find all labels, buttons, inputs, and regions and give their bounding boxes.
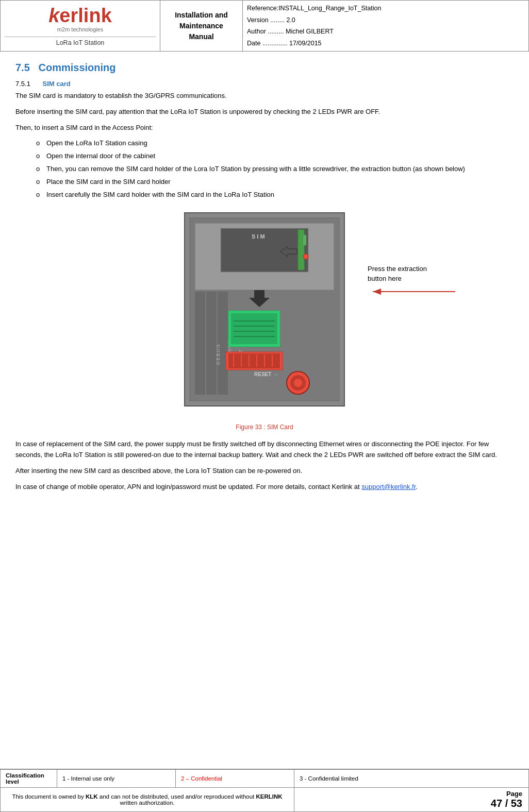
disclaimer-mid: and can not be distributed, used and/or … [98, 793, 256, 800]
doc-info-cell: Reference:INSTALL_Long_Range_IoT_Station… [243, 1, 529, 52]
extraction-label: Press the extraction button here [368, 264, 427, 283]
doc-title-cell: Installation and Maintenance Manual [160, 1, 243, 52]
subsection-title: SIM card [43, 80, 71, 88]
sim-image-wrapper: SIM DEBUG SENSOR TEST [179, 210, 350, 413]
para3: Then, to insert a SIM card in the Access… [15, 123, 514, 133]
kerlink-brand: KERLINK [256, 793, 282, 800]
page-number: 47 / 53 [491, 798, 522, 809]
subsection-header: 7.5.1 SIM card [15, 80, 514, 88]
header-table: kerlink m2m technologies LoRa IoT Statio… [0, 0, 529, 52]
footer-classification-row: Classification level 1 - Internal use on… [1, 770, 529, 788]
svg-rect-6 [303, 235, 306, 245]
date-label: Date .............. 17/09/2015 [247, 38, 524, 49]
step-2: Open the internal door of the cabinet [36, 151, 514, 162]
kerlink-logo: kerlink [5, 6, 156, 25]
step-5: Insert carefully the SIM card holder wit… [36, 190, 514, 200]
para4: In case of replacement of the SIM card, … [15, 439, 514, 461]
steps-list: Open the LoRa IoT Station casing Open th… [36, 138, 514, 200]
section-number: 7.5 [15, 62, 30, 73]
step-1: Open the LoRa IoT Station casing [36, 138, 514, 149]
para6-suffix: . [416, 483, 418, 490]
para5: After inserting the new SIM card as desc… [15, 466, 514, 477]
logo-bottom: LoRa IoT Station [5, 37, 156, 46]
step-3: Then, you can remove the SIM card holder… [36, 164, 514, 175]
classification-label: Classification level [1, 770, 57, 788]
ref-label: Reference:INSTALL_Long_Range_IoT_Station [247, 3, 524, 14]
klk-brand: KLK [86, 793, 98, 800]
version-label: Version ........ 2.0 [247, 14, 524, 26]
disclaimer-suffix: written authorization. [120, 800, 174, 806]
level3-cell: 3 - Confidential limited [294, 770, 529, 788]
extraction-label-line1: Press the extraction [368, 265, 427, 273]
footer: Classification level 1 - Internal use on… [0, 769, 529, 812]
logo-m2m: m2m technologies [5, 26, 156, 32]
figure-container: SIM DEBUG SENSOR TEST [15, 210, 514, 413]
section-title-text: Commissioning [38, 62, 115, 73]
svg-point-34 [303, 254, 308, 259]
svg-text:SIM: SIM [252, 233, 267, 240]
sim-card-diagram: SIM DEBUG SENSOR TEST [179, 210, 350, 411]
svg-point-32 [294, 379, 302, 387]
section-heading: 7.5 Commissioning [15, 62, 514, 74]
title-line3: Manual [189, 32, 213, 41]
para6-prefix: In case of change of mobile operator, AP… [15, 483, 361, 490]
disclaimer-prefix: This document is owned by [12, 793, 86, 800]
para6: In case of change of mobile operator, AP… [15, 482, 514, 493]
extraction-label-line2: button here [368, 275, 402, 282]
svg-rect-15 [231, 313, 277, 344]
title-line2: Maintenance [179, 22, 223, 30]
footer-disclaimer-row: This document is owned by KLK and can no… [1, 788, 529, 812]
callout-arrow-svg [368, 286, 460, 297]
level2-cell: 2 – Confidential [176, 770, 294, 788]
figure-caption-container: Figure 33 : SIM Card [15, 423, 514, 431]
callout-container: Press the extraction button here [368, 264, 460, 296]
subsection-number: 7.5.1 [15, 80, 30, 88]
svg-rect-8 [195, 292, 205, 395]
logo-cell: kerlink m2m technologies LoRa IoT Statio… [1, 1, 160, 52]
figure-caption: Figure 33 : SIM Card [236, 424, 293, 431]
page-cell: Page 47 / 53 [294, 788, 529, 812]
level1-cell: 1 - Internal use only [57, 770, 176, 788]
step-4: Place the SIM card in the SIM card holde… [36, 177, 514, 188]
main-content: 7.5 Commissioning 7.5.1 SIM card The SIM… [0, 52, 529, 508]
footer-table: Classification level 1 - Internal use on… [0, 769, 529, 812]
svg-rect-9 [206, 292, 217, 395]
svg-text:RESET →: RESET → [254, 371, 278, 377]
page-label: Page [301, 790, 522, 798]
svg-text:DEBUG: DEBUG [216, 343, 221, 365]
author-label: Author ......... Michel GILBERT [247, 26, 524, 38]
title-line1: Installation and [175, 11, 228, 19]
para1: The SIM card is mandatory to establish t… [15, 91, 514, 102]
para2: Before inserting the SIM card, pay atten… [15, 107, 514, 117]
disclaimer-cell: This document is owned by KLK and can no… [1, 788, 294, 812]
support-email-link[interactable]: support@kerlink.fr [361, 483, 416, 490]
